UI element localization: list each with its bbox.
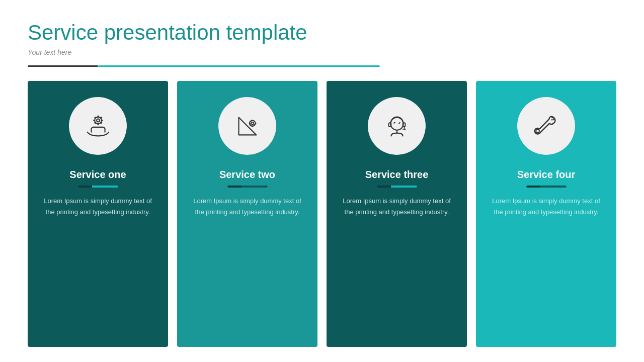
card-3-divider (377, 186, 417, 188)
card-service-one: Service one Lorem Ipsum is simply dummy … (28, 81, 168, 347)
page: Service presentation template Your text … (0, 0, 644, 362)
card-4-divider (526, 186, 567, 188)
main-title: Service presentation template (28, 20, 616, 45)
svg-rect-13 (252, 125, 253, 127)
header: Service presentation template Your text … (28, 20, 616, 61)
icon-circle-2 (218, 97, 276, 155)
svg-rect-2 (97, 116, 99, 118)
icon-circle-4 (517, 97, 575, 155)
svg-rect-4 (93, 120, 95, 121)
service-two-desc: Lorem Ipsum is simply dummy text of the … (189, 196, 305, 217)
svg-rect-9 (100, 122, 102, 124)
svg-rect-12 (252, 120, 253, 121)
service-three-name: Service three (365, 169, 429, 180)
service-one-name: Service one (69, 169, 126, 180)
service-two-name: Service two (219, 169, 275, 180)
card-service-two: Service two Lorem Ipsum is simply dummy … (177, 81, 317, 347)
service-one-desc: Lorem Ipsum is simply dummy text of the … (40, 196, 156, 217)
card-1-divider (78, 186, 118, 188)
hand-gear-icon (83, 111, 114, 142)
cards-container: Service one Lorem Ipsum is simply dummy … (28, 81, 616, 347)
card-2-divider (227, 186, 268, 188)
design-gear-icon (232, 111, 263, 142)
card-service-four: Service four Lorem Ipsum is simply dummy… (476, 81, 616, 347)
subtitle: Your text here (28, 48, 616, 56)
service-four-name: Service four (517, 169, 576, 180)
service-three-desc: Lorem Ipsum is simply dummy text of the … (339, 196, 455, 217)
svg-rect-3 (97, 123, 99, 125)
svg-rect-22 (388, 123, 391, 127)
service-four-desc: Lorem Ipsum is simply dummy text of the … (488, 196, 604, 217)
svg-point-11 (251, 122, 254, 125)
svg-rect-14 (249, 123, 250, 124)
divider-teal (98, 65, 380, 67)
icon-circle-1 (69, 97, 127, 155)
svg-rect-6 (94, 117, 96, 119)
icon-circle-3 (368, 97, 426, 155)
card-service-three: Service three Lorem Ipsum is simply dumm… (327, 81, 467, 347)
svg-point-1 (97, 119, 100, 122)
svg-point-25 (536, 129, 539, 133)
svg-rect-15 (255, 123, 256, 124)
wrench-icon (531, 111, 562, 142)
headset-icon (381, 111, 413, 142)
svg-rect-5 (101, 120, 103, 121)
header-divider (28, 65, 616, 67)
divider-dark (28, 65, 98, 67)
